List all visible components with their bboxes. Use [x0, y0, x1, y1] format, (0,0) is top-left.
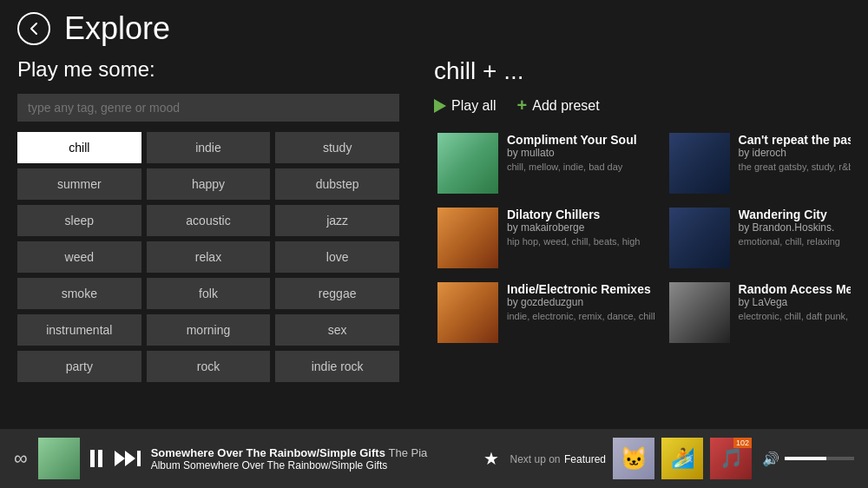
tag-acoustic[interactable]: acoustic: [147, 205, 271, 236]
tag-jazz[interactable]: jazz: [275, 205, 399, 236]
play-all-button[interactable]: Play all: [434, 98, 496, 114]
tag-study[interactable]: study: [275, 132, 399, 163]
main-content: Play me some: chillindiestudysummerhappy…: [0, 57, 868, 422]
track-item[interactable]: Random Access Memori by LaVega electroni…: [666, 279, 851, 346]
surf-icon: 🏄: [661, 438, 703, 479]
track-info: Random Access Memori by LaVega electroni…: [739, 282, 851, 321]
next-up-section: Next up on Featured 🐱 🏄 🎵 102: [510, 438, 752, 479]
player-info: Somewhere Over The Rainbow/Simple Gifts …: [151, 446, 474, 472]
track-info: Dilatory Chillers by makairoberge hip ho…: [507, 208, 655, 247]
player-controls: [90, 450, 141, 467]
track-name: Compliment Your Soul: [507, 133, 655, 147]
next-track-thumb-2[interactable]: 🏄: [661, 438, 703, 479]
featured-label: Featured: [564, 453, 606, 465]
play-icon: [434, 99, 446, 113]
track-tags: hip hop, weed, chill, beats, high: [507, 236, 655, 247]
tag-love[interactable]: love: [275, 241, 399, 273]
track-artist: by Brandon.Hoskins.: [739, 221, 851, 234]
loop-icon[interactable]: ∞: [14, 447, 28, 470]
track-thumbnail: [669, 133, 730, 194]
track-artist: by LaVega: [739, 296, 851, 308]
play-all-label: Play all: [451, 98, 496, 114]
track-artist: by mullato: [507, 147, 655, 159]
track-tags: emotional, chill, relaxing: [739, 236, 851, 247]
next-track-thumb-1[interactable]: 🐱: [613, 438, 654, 479]
track-name: Dilatory Chillers: [507, 208, 655, 221]
search-input[interactable]: [17, 94, 399, 122]
next-up-text: Next up on Featured: [510, 451, 606, 466]
tag-indie-rock[interactable]: indie rock: [275, 351, 399, 382]
tag-happy[interactable]: happy: [147, 168, 271, 200]
add-preset-label: Add preset: [532, 98, 599, 114]
track-name: Indie/Electronic Remixes: [507, 282, 655, 296]
left-panel: Play me some: chillindiestudysummerhappy…: [17, 57, 399, 422]
album-thumbnail: [38, 438, 80, 479]
skip-button[interactable]: [115, 451, 141, 466]
back-icon: [27, 22, 41, 36]
cat-icon: 🐱: [613, 438, 654, 479]
track-info: Wandering City by Brandon.Hoskins. emoti…: [739, 208, 851, 247]
tracks-grid: Compliment Your Soul by mullato chill, m…: [434, 129, 851, 346]
player-bar: ∞ Somewhere Over The Rainbow/Simple Gift…: [0, 429, 868, 488]
back-button[interactable]: [17, 12, 50, 45]
track-artist: by makairoberge: [507, 221, 655, 234]
tag-weed[interactable]: weed: [17, 241, 141, 273]
tag-party[interactable]: party: [17, 351, 141, 382]
album-info: Album Somewhere Over The Rainbow/Simple …: [151, 459, 474, 472]
track-thumbnail: [437, 208, 498, 268]
tag-indie[interactable]: indie: [147, 132, 271, 163]
volume-control: 🔊: [762, 451, 854, 467]
track-artist: by ideroch: [739, 147, 851, 159]
track-item[interactable]: Indie/Electronic Remixes by gozdeduzgun …: [434, 279, 659, 346]
track-name: Wandering City: [739, 208, 851, 221]
track-thumbnail: [669, 282, 730, 343]
tag-instrumental[interactable]: instrumental: [17, 314, 141, 346]
right-panel: chill + ... Play all + Add preset Compli…: [399, 57, 851, 422]
tags-grid: chillindiestudysummerhappydubstepsleepac…: [17, 132, 399, 382]
song-title-text: Somewhere Over The Rainbow/Simple Gifts: [151, 446, 385, 459]
track-thumbnail: [669, 208, 730, 268]
track-tags: indie, electronic, remix, dance, chill: [507, 311, 655, 321]
tag-reggae[interactable]: reggae: [275, 278, 399, 309]
tag-folk[interactable]: folk: [147, 278, 271, 309]
chill-title: chill + ...: [434, 57, 851, 85]
track-tags: chill, mellow, indie, bad day: [507, 162, 655, 172]
track-item[interactable]: Can't repeat the past? W by ideroch the …: [666, 129, 851, 197]
song-title: Somewhere Over The Rainbow/Simple Gifts …: [151, 446, 474, 459]
track-name: Random Access Memori: [739, 282, 851, 296]
track-name: Can't repeat the past? W: [739, 133, 851, 147]
tag-summer[interactable]: summer: [17, 168, 141, 200]
tag-morning[interactable]: morning: [147, 314, 271, 346]
tag-dubstep[interactable]: dubstep: [275, 168, 399, 200]
track-info: Can't repeat the past? W by ideroch the …: [739, 133, 851, 172]
tag-sleep[interactable]: sleep: [17, 205, 141, 236]
header: Explore: [0, 0, 868, 57]
track-tags: electronic, chill, daft punk, ran: [739, 311, 851, 321]
tag-sex[interactable]: sex: [275, 314, 399, 346]
plus-icon: +: [517, 96, 528, 115]
next-up-label: Next up on: [510, 453, 560, 465]
pause-icon: [90, 450, 102, 467]
add-preset-button[interactable]: + Add preset: [517, 96, 600, 115]
track-info: Compliment Your Soul by mullato chill, m…: [507, 133, 655, 172]
tag-smoke[interactable]: smoke: [17, 278, 141, 309]
volume-bar[interactable]: [785, 457, 854, 460]
track-artist: by gozdeduzgun: [507, 296, 655, 308]
volume-fill: [785, 457, 826, 460]
favorite-button[interactable]: ★: [483, 448, 499, 469]
tag-chill[interactable]: chill: [17, 132, 141, 163]
album-label: Album: [151, 459, 181, 472]
track-item[interactable]: Wandering City by Brandon.Hoskins. emoti…: [666, 204, 851, 272]
tag-relax[interactable]: relax: [147, 241, 271, 273]
track-thumbnail: [437, 282, 498, 343]
track-tags: the great gatsby, study, r&b, c: [739, 162, 851, 172]
volume-icon: 🔊: [762, 451, 779, 467]
next-track-thumb-3[interactable]: 🎵 102: [710, 438, 752, 479]
skip-icon: [115, 451, 141, 466]
pause-button[interactable]: [90, 450, 102, 467]
track-item[interactable]: Compliment Your Soul by mullato chill, m…: [434, 129, 659, 197]
section-title: Play me some:: [17, 57, 399, 82]
track-thumbnail: [437, 133, 498, 194]
tag-rock[interactable]: rock: [147, 351, 271, 382]
track-item[interactable]: Dilatory Chillers by makairoberge hip ho…: [434, 204, 659, 272]
